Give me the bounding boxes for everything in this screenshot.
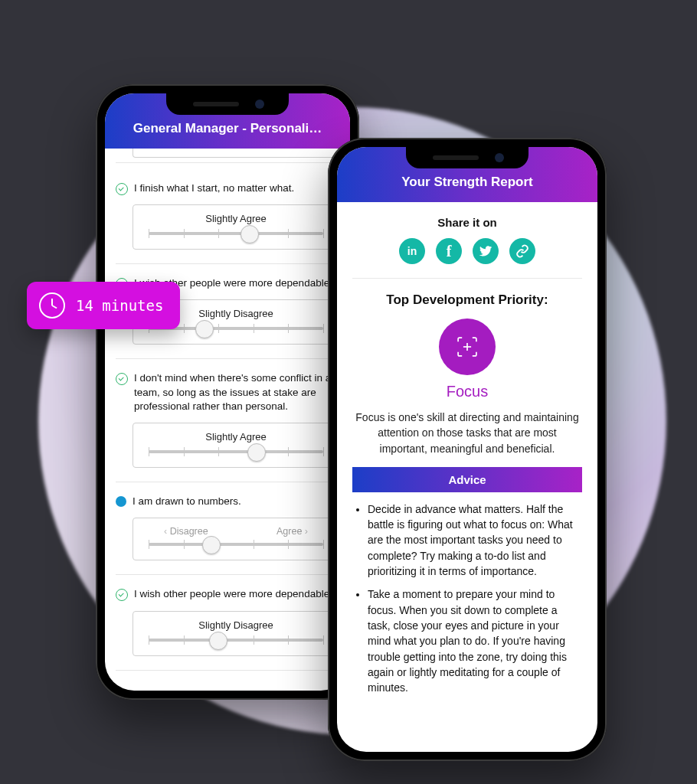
slider-thumb[interactable] — [202, 536, 221, 554]
advice-heading: Advice — [352, 467, 582, 492]
phone-notch — [166, 93, 289, 115]
slider-thumb[interactable] — [209, 632, 227, 650]
advice-list: Decide in advance what matters. Half the… — [352, 501, 582, 696]
slider-track[interactable] — [149, 450, 323, 453]
duration-pill: 14 minutes — [27, 282, 180, 329]
clock-icon — [39, 292, 65, 318]
slider-track[interactable] — [149, 543, 323, 546]
phone-assessment: General Manager - Personali… I finish wh… — [96, 84, 359, 700]
slider-range-labels: DisagreeAgree — [164, 526, 308, 537]
share-link-button[interactable] — [509, 238, 535, 264]
priority-name: Focus — [352, 383, 582, 400]
slider[interactable]: Slightly Agree — [133, 204, 339, 250]
question-item: I don't mind when there's some conflict … — [116, 359, 339, 482]
phone-notch — [406, 147, 528, 168]
slider[interactable]: DisagreeAgree — [133, 518, 339, 560]
share-facebook-button[interactable]: f — [436, 238, 462, 264]
share-row: inf — [352, 238, 582, 279]
marketing-stage: 14 minutes General Manager - Personali… … — [0, 0, 697, 784]
priority-heading: Top Development Priority: — [352, 292, 582, 308]
share-linkedin-button[interactable]: in — [399, 238, 425, 264]
slider-value-label: Slightly Agree — [142, 213, 329, 224]
slider[interactable]: Slightly Agree — [133, 423, 339, 468]
share-heading: Share it on — [352, 216, 582, 229]
slider-thumb[interactable] — [241, 225, 259, 243]
slider-track[interactable] — [149, 639, 323, 642]
slider-track[interactable] — [149, 232, 323, 235]
active-dot-icon — [116, 496, 126, 507]
check-icon — [116, 183, 128, 195]
check-icon — [116, 589, 128, 601]
priority-description: Focus is one's skill at directing and ma… — [352, 410, 582, 467]
slider-value-label: Slightly Agree — [142, 431, 329, 443]
slider-thumb[interactable] — [247, 443, 266, 462]
check-icon — [116, 373, 128, 385]
slider-value-label: Slightly Disagree — [142, 619, 329, 631]
question-text: I am drawn to numbers. — [133, 495, 241, 508]
share-twitter-button[interactable] — [473, 238, 499, 264]
advice-item: Take a moment to prepare your mind to fo… — [368, 586, 582, 695]
question-item: I finish what I start, no matter what.Sl… — [116, 169, 339, 264]
focus-icon — [439, 318, 496, 375]
question-text: I wish other people were more dependable… — [134, 587, 332, 601]
question-item: I am drawn to numbers.DisagreeAgree — [116, 482, 339, 575]
question-item: I wish other people were more dependable… — [116, 575, 339, 670]
phone-report: Your Strength Report Share it on inf Top… — [328, 138, 607, 761]
slider-thumb[interactable] — [195, 320, 214, 338]
partial-prev-question — [116, 149, 339, 163]
duration-text: 14 minutes — [76, 297, 163, 314]
advice-item: Decide in advance what matters. Half the… — [368, 501, 582, 579]
slider[interactable]: Slightly Disagree — [133, 611, 339, 656]
question-text: I finish what I start, no matter what. — [134, 181, 294, 195]
question-text: I don't mind when there's some conflict … — [134, 371, 339, 413]
